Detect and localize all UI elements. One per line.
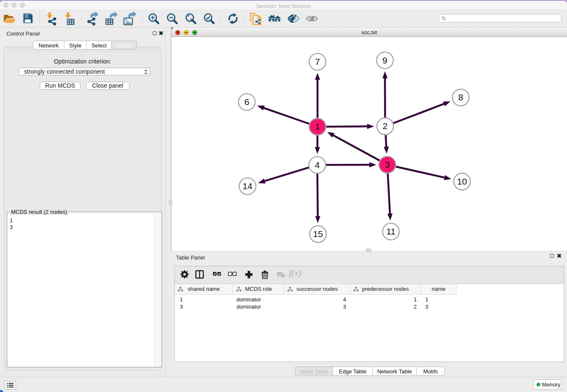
svg-text:9: 9 <box>383 55 388 65</box>
svg-text:10: 10 <box>457 177 467 186</box>
svg-text:7: 7 <box>315 57 320 66</box>
svg-text:8: 8 <box>458 92 463 102</box>
svg-text:1: 1 <box>315 121 320 131</box>
svg-text:11: 11 <box>386 226 396 236</box>
svg-text:6: 6 <box>244 97 249 107</box>
svg-text:3: 3 <box>385 160 390 169</box>
svg-text:4: 4 <box>315 160 320 170</box>
svg-text:2: 2 <box>383 121 388 131</box>
svg-text:15: 15 <box>313 229 323 239</box>
svg-text:14: 14 <box>242 181 253 191</box>
